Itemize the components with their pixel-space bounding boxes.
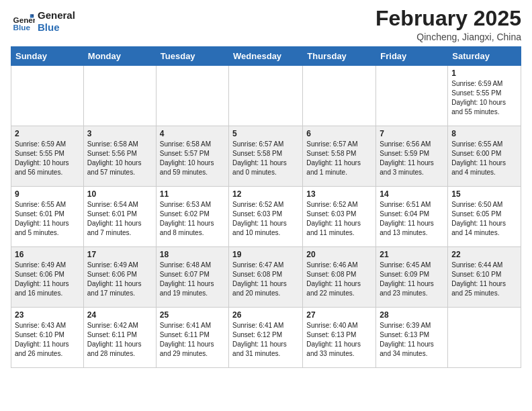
day-number: 19: [232, 250, 299, 259]
day-number: 15: [451, 189, 517, 199]
day-info: Sunrise: 6:42 AM Sunset: 6:11 PM Dayligh…: [87, 321, 152, 359]
calendar-week-row: 2Sunrise: 6:59 AM Sunset: 5:55 PM Daylig…: [11, 126, 521, 187]
calendar-cell: [303, 66, 376, 126]
calendar-cell: 20Sunrise: 6:46 AM Sunset: 6:08 PM Dayli…: [303, 247, 376, 308]
day-info: Sunrise: 6:51 AM Sunset: 6:04 PM Dayligh…: [380, 200, 444, 238]
day-info: Sunrise: 6:49 AM Sunset: 6:06 PM Dayligh…: [15, 261, 80, 298]
calendar-cell: [83, 66, 156, 126]
day-info: Sunrise: 6:47 AM Sunset: 6:08 PM Dayligh…: [232, 261, 299, 298]
calendar-cell: 1Sunrise: 6:59 AM Sunset: 5:55 PM Daylig…: [448, 66, 521, 126]
calendar-cell: [156, 66, 228, 126]
calendar-cell: 17Sunrise: 6:49 AM Sunset: 6:06 PM Dayli…: [83, 247, 156, 308]
weekday-header: Sunday: [11, 47, 84, 66]
day-info: Sunrise: 6:59 AM Sunset: 5:55 PM Dayligh…: [451, 79, 517, 117]
day-number: 1: [451, 68, 517, 78]
day-number: 22: [451, 250, 517, 259]
calendar-cell: 21Sunrise: 6:45 AM Sunset: 6:09 PM Dayli…: [376, 247, 448, 308]
day-info: Sunrise: 6:52 AM Sunset: 6:03 PM Dayligh…: [306, 200, 372, 238]
weekday-header: Saturday: [448, 47, 521, 66]
logo: General Blue General Blue: [11, 9, 75, 34]
day-info: Sunrise: 6:45 AM Sunset: 6:09 PM Dayligh…: [380, 261, 444, 298]
logo-line2: Blue: [38, 21, 75, 34]
calendar-cell: [448, 308, 521, 368]
day-info: Sunrise: 6:52 AM Sunset: 6:03 PM Dayligh…: [232, 200, 299, 238]
day-info: Sunrise: 6:58 AM Sunset: 5:57 PM Dayligh…: [160, 140, 225, 177]
calendar-cell: 26Sunrise: 6:41 AM Sunset: 6:12 PM Dayli…: [229, 308, 303, 368]
day-number: 20: [306, 250, 372, 259]
day-info: Sunrise: 6:55 AM Sunset: 6:01 PM Dayligh…: [15, 200, 80, 238]
day-info: Sunrise: 6:50 AM Sunset: 6:05 PM Dayligh…: [451, 200, 517, 238]
calendar-cell: 11Sunrise: 6:53 AM Sunset: 6:02 PM Dayli…: [156, 187, 228, 247]
calendar-week-row: 9Sunrise: 6:55 AM Sunset: 6:01 PM Daylig…: [11, 187, 521, 247]
day-number: 23: [15, 310, 80, 320]
day-info: Sunrise: 6:39 AM Sunset: 6:13 PM Dayligh…: [380, 321, 444, 359]
weekday-header: Monday: [83, 47, 156, 66]
calendar-cell: 24Sunrise: 6:42 AM Sunset: 6:11 PM Dayli…: [83, 308, 156, 368]
page: General Blue General Blue February 2025 …: [0, 0, 532, 379]
day-number: 2: [15, 129, 80, 138]
calendar-week-row: 16Sunrise: 6:49 AM Sunset: 6:06 PM Dayli…: [11, 247, 521, 308]
day-info: Sunrise: 6:57 AM Sunset: 5:58 PM Dayligh…: [232, 140, 299, 177]
day-info: Sunrise: 6:41 AM Sunset: 6:12 PM Dayligh…: [232, 321, 299, 359]
calendar-header-row: SundayMondayTuesdayWednesdayThursdayFrid…: [11, 47, 521, 66]
calendar-cell: 7Sunrise: 6:56 AM Sunset: 5:59 PM Daylig…: [376, 126, 448, 187]
day-number: 8: [451, 129, 517, 138]
day-info: Sunrise: 6:46 AM Sunset: 6:08 PM Dayligh…: [306, 261, 372, 298]
day-info: Sunrise: 6:57 AM Sunset: 5:58 PM Dayligh…: [306, 140, 372, 177]
day-info: Sunrise: 6:40 AM Sunset: 6:13 PM Dayligh…: [306, 321, 372, 359]
day-number: 3: [87, 129, 152, 138]
day-number: 18: [160, 250, 225, 259]
day-number: 4: [160, 129, 225, 138]
calendar-cell: 3Sunrise: 6:58 AM Sunset: 5:56 PM Daylig…: [83, 126, 156, 187]
day-number: 9: [15, 189, 80, 199]
day-number: 12: [232, 189, 299, 199]
calendar-cell: 14Sunrise: 6:51 AM Sunset: 6:04 PM Dayli…: [376, 187, 448, 247]
weekday-header: Wednesday: [229, 47, 303, 66]
calendar-cell: 5Sunrise: 6:57 AM Sunset: 5:58 PM Daylig…: [229, 126, 303, 187]
calendar-cell: 22Sunrise: 6:44 AM Sunset: 6:10 PM Dayli…: [448, 247, 521, 308]
day-number: 5: [232, 129, 299, 138]
calendar-cell: 12Sunrise: 6:52 AM Sunset: 6:03 PM Dayli…: [229, 187, 303, 247]
calendar: SundayMondayTuesdayWednesdayThursdayFrid…: [11, 46, 521, 368]
day-number: 28: [380, 310, 444, 320]
day-info: Sunrise: 6:54 AM Sunset: 6:01 PM Dayligh…: [87, 200, 152, 238]
day-number: 24: [87, 310, 152, 320]
title-block: February 2025 Qincheng, Jiangxi, China: [375, 7, 521, 42]
day-number: 11: [160, 189, 225, 199]
calendar-cell: [376, 66, 448, 126]
day-info: Sunrise: 6:49 AM Sunset: 6:06 PM Dayligh…: [87, 261, 152, 298]
day-number: 10: [87, 189, 152, 199]
day-number: 25: [160, 310, 225, 320]
calendar-cell: 16Sunrise: 6:49 AM Sunset: 6:06 PM Dayli…: [11, 247, 84, 308]
calendar-cell: 13Sunrise: 6:52 AM Sunset: 6:03 PM Dayli…: [303, 187, 376, 247]
day-number: 7: [380, 129, 444, 138]
calendar-cell: 9Sunrise: 6:55 AM Sunset: 6:01 PM Daylig…: [11, 187, 84, 247]
day-number: 21: [380, 250, 444, 259]
day-number: 17: [87, 250, 152, 259]
svg-text:Blue: Blue: [13, 23, 31, 32]
calendar-week-row: 1Sunrise: 6:59 AM Sunset: 5:55 PM Daylig…: [11, 66, 521, 126]
logo-line1: General: [38, 9, 75, 21]
calendar-cell: [11, 66, 84, 126]
calendar-cell: 4Sunrise: 6:58 AM Sunset: 5:57 PM Daylig…: [156, 126, 228, 187]
day-info: Sunrise: 6:55 AM Sunset: 6:00 PM Dayligh…: [451, 140, 517, 177]
weekday-header: Thursday: [303, 47, 376, 66]
day-info: Sunrise: 6:56 AM Sunset: 5:59 PM Dayligh…: [380, 140, 444, 177]
day-info: Sunrise: 6:41 AM Sunset: 6:11 PM Dayligh…: [160, 321, 225, 359]
day-info: Sunrise: 6:59 AM Sunset: 5:55 PM Dayligh…: [15, 140, 80, 177]
day-number: 27: [306, 310, 372, 320]
calendar-cell: 28Sunrise: 6:39 AM Sunset: 6:13 PM Dayli…: [376, 308, 448, 368]
calendar-cell: 18Sunrise: 6:48 AM Sunset: 6:07 PM Dayli…: [156, 247, 228, 308]
calendar-cell: 27Sunrise: 6:40 AM Sunset: 6:13 PM Dayli…: [303, 308, 376, 368]
day-info: Sunrise: 6:53 AM Sunset: 6:02 PM Dayligh…: [160, 200, 225, 238]
day-number: 16: [15, 250, 80, 259]
day-number: 13: [306, 189, 372, 199]
day-number: 14: [380, 189, 444, 199]
calendar-cell: 15Sunrise: 6:50 AM Sunset: 6:05 PM Dayli…: [448, 187, 521, 247]
day-info: Sunrise: 6:58 AM Sunset: 5:56 PM Dayligh…: [87, 140, 152, 177]
weekday-header: Tuesday: [156, 47, 228, 66]
logo-text: General Blue: [38, 9, 75, 34]
calendar-cell: 6Sunrise: 6:57 AM Sunset: 5:58 PM Daylig…: [303, 126, 376, 187]
calendar-cell: 19Sunrise: 6:47 AM Sunset: 6:08 PM Dayli…: [229, 247, 303, 308]
day-number: 6: [306, 129, 372, 138]
